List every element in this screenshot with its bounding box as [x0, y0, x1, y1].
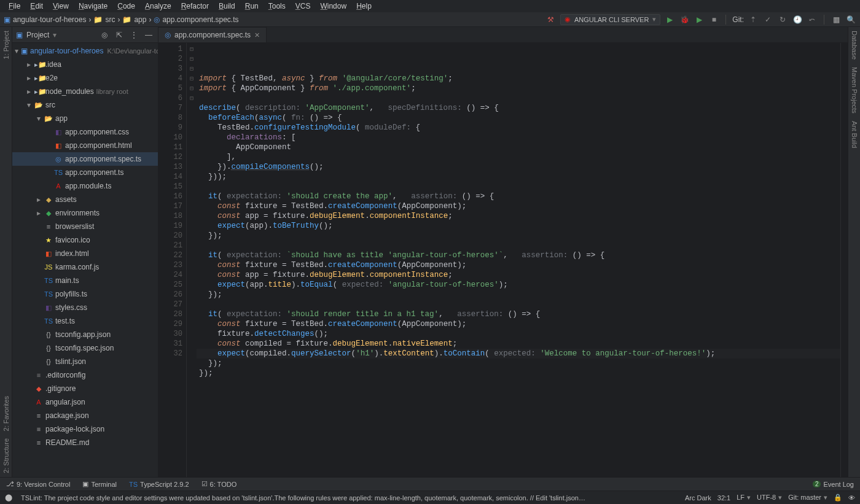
project-tree[interactable]: ▾ ▣ angular-tour-of-heroes K:\Dev\angula…: [12, 43, 158, 477]
coverage-icon[interactable]: ▶: [694, 14, 705, 25]
tree-item[interactable]: ≡package.json: [12, 409, 158, 422]
status-branch[interactable]: Git: master: [788, 494, 827, 502]
menu-build[interactable]: Build: [214, 2, 240, 10]
build-icon[interactable]: ⚒: [545, 14, 557, 25]
tree-item[interactable]: ▸◆assets: [12, 193, 158, 206]
tool-ant[interactable]: Ant Build: [851, 117, 858, 152]
status-theme[interactable]: Arc Dark: [685, 494, 711, 502]
vcs-push-icon[interactable]: ↻: [777, 14, 788, 25]
vcs-commit-icon[interactable]: ✓: [762, 14, 773, 25]
vcs-update-icon[interactable]: ⇡: [748, 14, 759, 25]
tree-item[interactable]: ◧app.component.html: [12, 139, 158, 152]
tree-item[interactable]: ◎app.component.spec.ts: [12, 152, 158, 166]
tree-item[interactable]: TStest.ts: [12, 314, 158, 328]
menu-code[interactable]: Code: [112, 2, 140, 10]
settings-icon[interactable]: ⋮: [128, 29, 139, 41]
tool-maven[interactable]: Maven Projects: [851, 63, 858, 117]
typescript-tool[interactable]: TSTypeScript 2.9.2: [123, 481, 195, 488]
fold-gutter[interactable]: ⊟⊟⊟⊟⊟⊟: [187, 43, 197, 477]
tree-item[interactable]: Aapp.module.ts: [12, 179, 158, 193]
tree-item[interactable]: ≡README.md: [12, 436, 158, 449]
tool-database[interactable]: Database: [851, 27, 858, 63]
status-lock-icon[interactable]: 🔒: [834, 494, 842, 502]
tree-item[interactable]: {}tsconfig.app.json: [12, 328, 158, 341]
menu-edit[interactable]: Edit: [25, 2, 48, 10]
close-icon[interactable]: ✕: [254, 31, 260, 39]
breadcrumb-item[interactable]: ◎app.component.spec.ts: [154, 15, 238, 24]
tree-item[interactable]: ◆.gitignore: [12, 382, 158, 395]
collapse-icon[interactable]: ⇱: [114, 29, 125, 41]
tree-item[interactable]: {}tslint.json: [12, 355, 158, 368]
code-editor[interactable]: import { TestBed, async } from '@angular…: [197, 43, 840, 477]
editor-tab[interactable]: ◎ app.component.spec.ts ✕: [158, 27, 267, 42]
tool-favorites[interactable]: 2: Favorites: [2, 392, 10, 435]
event-log[interactable]: 2 Event Log: [807, 481, 860, 488]
git-label: Git:: [732, 15, 744, 24]
navigation-bar: ▣angular-tour-of-heroes›📁src›📁app›◎app.c…: [0, 12, 860, 27]
tree-item[interactable]: {}tsconfig.spec.json: [12, 341, 158, 355]
tree-item[interactable]: ▸▸📁.idea: [12, 58, 158, 71]
status-message: TSLint: The project code style and edito…: [21, 494, 586, 502]
locate-icon[interactable]: ◎: [99, 29, 110, 41]
menu-tools[interactable]: Tools: [264, 2, 291, 10]
breadcrumb-item[interactable]: 📁src: [93, 15, 115, 24]
tree-item[interactable]: ▾📂src: [12, 98, 158, 112]
tree-item[interactable]: ▸▸📁node_modules library root: [12, 85, 158, 98]
tree-root[interactable]: ▾ ▣ angular-tour-of-heroes K:\Dev\angula…: [12, 44, 158, 58]
menu-analyze[interactable]: Analyze: [140, 2, 176, 10]
tree-item[interactable]: TSpolyfills.ts: [12, 287, 158, 301]
tree-item[interactable]: ▸▸📁e2e: [12, 71, 158, 85]
ide-grid-icon[interactable]: ▦: [831, 14, 842, 25]
editor-area: ◎ app.component.spec.ts ✕ 12345678910111…: [158, 27, 848, 477]
tool-project[interactable]: 1: Project: [2, 27, 10, 63]
stop-icon[interactable]: ■: [708, 14, 719, 25]
status-encoding[interactable]: UTF-8: [757, 494, 782, 502]
status-caret[interactable]: 32:1: [717, 494, 730, 502]
line-gutter: 1234567891011121314151617181920212223242…: [158, 43, 187, 477]
tab-title: app.component.spec.ts: [174, 31, 251, 39]
tree-item[interactable]: Aangular.json: [12, 395, 158, 409]
menu-window[interactable]: Window: [315, 2, 351, 10]
bottom-tool-stripe: ⎇9: Version Control ▣Terminal TSTypeScri…: [0, 477, 860, 490]
status-line-sep[interactable]: LF: [737, 494, 751, 502]
menu-view[interactable]: View: [48, 2, 74, 10]
tree-item[interactable]: ▾📂app: [12, 112, 158, 125]
run-icon[interactable]: ▶: [664, 14, 675, 25]
run-config-selector[interactable]: ◉ ANGULAR CLI SERVER ▾: [560, 14, 660, 25]
tree-item[interactable]: ◧styles.css: [12, 301, 158, 314]
hide-icon[interactable]: —: [143, 29, 154, 41]
breadcrumb: ▣angular-tour-of-heroes›📁src›📁app›◎app.c…: [4, 15, 239, 24]
project-panel: ▣ Project ▾ ◎ ⇱ ⋮ — ▾ ▣ angular-tour-of-…: [12, 27, 158, 477]
tree-item[interactable]: TSapp.component.ts: [12, 166, 158, 179]
tree-item[interactable]: JSkarma.conf.js: [12, 260, 158, 274]
todo-tool[interactable]: ☑6: TODO: [195, 480, 243, 488]
menu-vcs[interactable]: VCS: [291, 2, 316, 10]
search-everywhere-icon[interactable]: 🔍: [845, 14, 856, 25]
menu-help[interactable]: Help: [351, 2, 377, 10]
breadcrumb-item[interactable]: 📁app: [122, 15, 146, 24]
status-tslint-icon: ⬤: [5, 494, 12, 502]
tree-item[interactable]: ≡browserslist: [12, 220, 158, 233]
vcs-tool[interactable]: ⎇9: Version Control: [0, 480, 76, 488]
menu-file[interactable]: File: [4, 2, 25, 10]
breadcrumb-item[interactable]: ▣angular-tour-of-heroes: [4, 15, 86, 24]
terminal-tool[interactable]: ▣Terminal: [76, 480, 123, 488]
menu-run[interactable]: Run: [240, 2, 264, 10]
status-inspect-icon[interactable]: 👁: [848, 494, 855, 502]
tree-item[interactable]: ▸◆environments: [12, 206, 158, 220]
vcs-revert-icon[interactable]: ⤺: [807, 14, 818, 25]
menu-refactor[interactable]: Refactor: [176, 2, 214, 10]
file-icon: ◎: [165, 31, 171, 39]
debug-icon[interactable]: 🐞: [679, 14, 690, 25]
tree-item[interactable]: ◧index.html: [12, 247, 158, 260]
tree-item[interactable]: ◧app.component.css: [12, 125, 158, 139]
tree-item[interactable]: TSmain.ts: [12, 274, 158, 287]
vcs-history-icon[interactable]: 🕘: [792, 14, 803, 25]
menu-navigate[interactable]: Navigate: [74, 2, 112, 10]
tree-item[interactable]: ≡.editorconfig: [12, 368, 158, 382]
marker-bar[interactable]: [840, 43, 848, 477]
tool-structure[interactable]: 2: Structure: [2, 435, 10, 477]
tree-item[interactable]: ★favicon.ico: [12, 233, 158, 247]
main-menubar: FileEditViewNavigateCodeAnalyzeRefactorB…: [0, 0, 860, 12]
tree-item[interactable]: ≡package-lock.json: [12, 422, 158, 436]
